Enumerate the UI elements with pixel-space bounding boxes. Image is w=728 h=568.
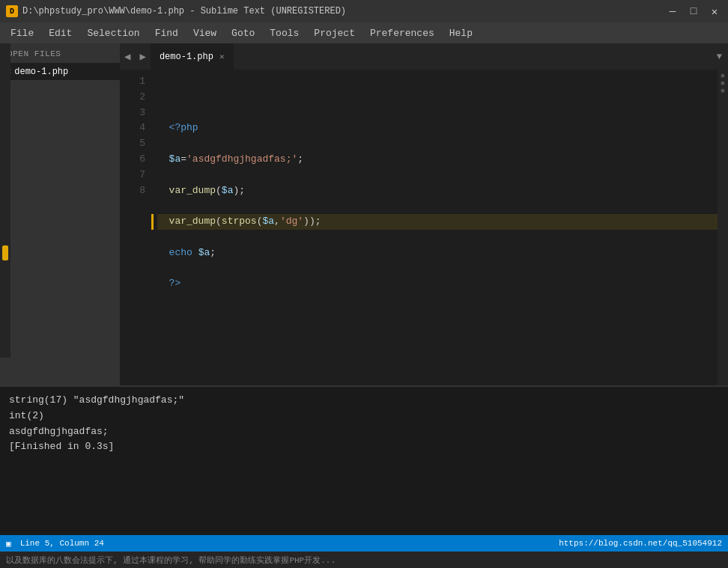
minimize-button[interactable]: — — [665, 4, 680, 19]
line-num-1: 1 — [120, 74, 145, 90]
code-line-2: <?php — [157, 120, 718, 136]
tab-nav-right[interactable]: ▶ — [135, 43, 150, 70]
code-container: 1 2 3 4 5 6 7 8 <?php $a='asdgfdhgjhgadf… — [120, 70, 728, 385]
output-line-3: asdgfdhgjhgadfas; — [9, 424, 719, 440]
close-button[interactable]: ✕ — [707, 4, 722, 19]
code-line-7: ?> — [157, 276, 718, 292]
tab-dropdown[interactable]: ▼ — [711, 52, 728, 62]
sidebar-item-demo1[interactable]: ✕ demo-1.php — [0, 63, 120, 80]
output-line-2: int(2) — [9, 409, 719, 424]
sidebar: OPEN FILES ✕ demo-1.php — [0, 43, 120, 385]
menu-item-file[interactable]: File — [3, 25, 41, 42]
app-icon: D — [6, 5, 18, 17]
tab-label: demo-1.php — [160, 52, 213, 62]
tab-demo1[interactable]: demo-1.php ✕ — [151, 43, 234, 70]
line-num-6: 6 — [120, 152, 145, 168]
output-line-4: [Finished in 0.3s] — [9, 439, 719, 455]
menu-item-project[interactable]: Project — [306, 25, 363, 42]
menu-item-view[interactable]: View — [186, 25, 224, 42]
menu-bar: FileEditSelectionFindViewGotoToolsProjec… — [0, 22, 728, 43]
sidebar-header: OPEN FILES — [0, 43, 120, 63]
line-num-2: 2 — [120, 90, 145, 106]
left-edge-panel — [0, 43, 10, 358]
window-title: D:\phpstudy_pro\WWW\demo-1.php - Sublime… — [22, 6, 346, 16]
editor-main: OPEN FILES ✕ demo-1.php ◀ ▶ demo-1.php ✕… — [0, 43, 728, 385]
code-line-1 — [157, 90, 718, 106]
line-num-5: 5 — [120, 136, 145, 152]
line-numbers: 1 2 3 4 5 6 7 8 — [120, 70, 151, 385]
output-panel: string(17) "asdgfdhgjhgadfas;" int(2) as… — [0, 385, 728, 535]
menu-item-find[interactable]: Find — [148, 25, 186, 42]
right-scrollbar[interactable]: ■■■ — [718, 70, 728, 385]
menu-item-goto[interactable]: Goto — [224, 25, 262, 42]
code-line-4: var_dump($a); — [157, 183, 718, 199]
editor-area: OPEN FILES ✕ demo-1.php ◀ ▶ demo-1.php ✕… — [0, 43, 728, 535]
title-bar: D D:\phpstudy_pro\WWW\demo-1.php - Subli… — [0, 0, 728, 22]
title-bar-controls: — □ ✕ — [665, 4, 722, 19]
code-line-8 — [157, 308, 718, 323]
status-bar: ▣ Line 5, Column 24 https://blog.csdn.ne… — [0, 535, 728, 552]
title-bar-left: D D:\phpstudy_pro\WWW\demo-1.php - Subli… — [6, 5, 346, 17]
code-line-5: var_dump(strpos($a,'dg')); — [157, 214, 718, 230]
sidebar-file-name: demo-1.php — [14, 67, 68, 77]
status-url[interactable]: https://blog.csdn.net/qq_51054912 — [559, 539, 722, 548]
edge-button[interactable] — [2, 245, 8, 260]
menu-item-edit[interactable]: Edit — [41, 25, 79, 42]
line-num-8: 8 — [120, 183, 145, 199]
line-num-7: 7 — [120, 168, 145, 183]
info-bar: 以及数据库的八数会法提示下, 通过本课程的学习, 帮助同学的勤练实践掌握PHP开… — [0, 552, 728, 568]
line-num-4: 4 — [120, 120, 145, 136]
status-left: ▣ Line 5, Column 24 — [6, 539, 104, 549]
output-line-1: string(17) "asdgfdhgjhgadfas;" — [9, 393, 719, 409]
editor-panel: ◀ ▶ demo-1.php ✕ ▼ 1 2 3 4 5 6 7 8 — [120, 43, 728, 385]
code-line-3: $a='asdgfdhgjhgadfas;'; — [157, 152, 718, 168]
menu-item-help[interactable]: Help — [442, 25, 480, 42]
status-right: https://blog.csdn.net/qq_51054912 — [559, 539, 722, 548]
code-line-6: echo $a; — [157, 245, 718, 261]
tab-bar: ◀ ▶ demo-1.php ✕ ▼ — [120, 43, 728, 70]
line-num-3: 3 — [120, 106, 145, 121]
code-content[interactable]: <?php $a='asdgfdhgjhgadfas;'; var_dump($… — [151, 70, 718, 385]
status-position: Line 5, Column 24 — [20, 539, 104, 548]
blog-watermark: ■■■ — [719, 73, 727, 95]
menu-item-tools[interactable]: Tools — [262, 25, 306, 42]
info-text: 以及数据库的八数会法提示下, 通过本课程的学习, 帮助同学的勤练实践掌握PHP开… — [6, 555, 336, 566]
menu-item-selection[interactable]: Selection — [79, 25, 147, 42]
menu-item-preferences[interactable]: Preferences — [363, 25, 442, 42]
tab-nav-left[interactable]: ◀ — [120, 43, 135, 70]
status-indicator: ▣ — [6, 539, 11, 549]
tab-close-icon[interactable]: ✕ — [219, 52, 225, 61]
maximize-button[interactable]: □ — [686, 4, 701, 19]
